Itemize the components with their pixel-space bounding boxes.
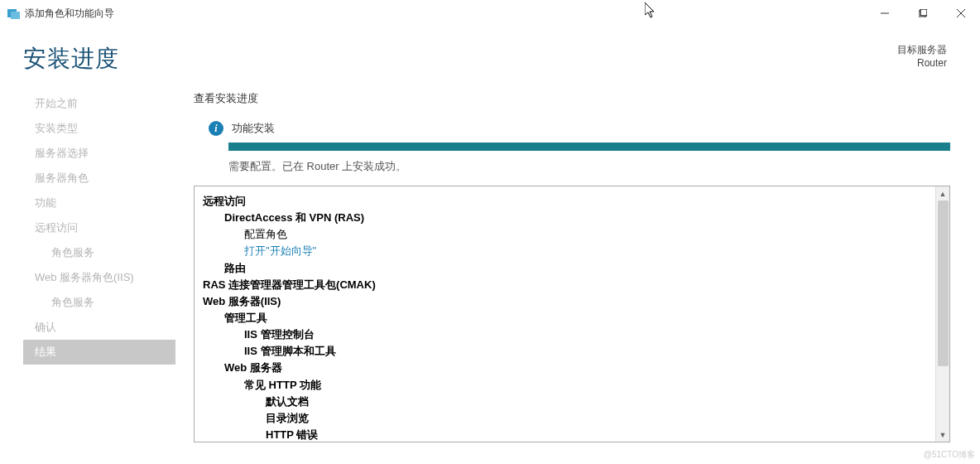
sidebar-item-1[interactable]: 安装类型	[23, 116, 175, 141]
tree-node: Web 服务器(IIS)	[203, 293, 946, 310]
sidebar-item-10[interactable]: 结果	[23, 340, 175, 365]
view-progress-label: 查看安装进度	[194, 91, 950, 106]
sidebar-item-0[interactable]: 开始之前	[23, 91, 175, 116]
page-header: 安装进度 目标服务器 Router	[0, 27, 980, 83]
tree-node: IIS 管理脚本和工具	[203, 343, 946, 360]
main-panel: 查看安装进度 i 功能安装 需要配置。已在 Router 上安装成功。 远程访问…	[182, 91, 980, 442]
sidebar-item-9[interactable]: 确认	[23, 315, 175, 340]
status-title: 功能安装	[232, 121, 275, 136]
tree-node: 默认文档	[203, 394, 946, 410]
status-message: 需要配置。已在 Router 上安装成功。	[228, 159, 950, 174]
sidebar-item-8[interactable]: 角色服务	[23, 290, 175, 315]
tree-node: Web 服务器	[203, 360, 946, 376]
minimize-button[interactable]	[866, 0, 904, 27]
tree-node: DirectAccess 和 VPN (RAS)	[203, 210, 946, 226]
sidebar-item-3[interactable]: 服务器角色	[23, 166, 175, 191]
info-icon: i	[209, 121, 223, 136]
window-titlebar: 添加角色和功能向导	[0, 0, 980, 27]
sidebar-item-7[interactable]: Web 服务器角色(IIS)	[23, 265, 175, 290]
results-box: 远程访问DirectAccess 和 VPN (RAS)配置角色打开"开始向导"…	[194, 186, 950, 442]
scroll-down-icon[interactable]: ▼	[936, 428, 949, 442]
target-server-label: 目标服务器	[897, 43, 947, 57]
close-button[interactable]	[942, 0, 980, 27]
open-wizard-link[interactable]: 打开"开始向导"	[203, 243, 946, 259]
scroll-thumb[interactable]	[938, 201, 949, 366]
target-server-name: Router	[897, 57, 947, 69]
app-icon	[7, 7, 20, 20]
tree-node: HTTP 错误	[203, 427, 946, 442]
scrollbar[interactable]: ▲ ▼	[935, 186, 949, 442]
page-title: 安装进度	[23, 43, 119, 75]
maximize-button[interactable]	[904, 0, 942, 27]
sidebar-item-5[interactable]: 远程访问	[23, 215, 175, 240]
progress-bar	[228, 143, 950, 151]
status-line: i 功能安装	[194, 121, 950, 136]
tree-node: 路由	[203, 260, 946, 277]
watermark: @51CTO博客	[924, 449, 975, 461]
sidebar-item-2[interactable]: 服务器选择	[23, 141, 175, 166]
tree-node: IIS 管理控制台	[203, 326, 946, 343]
sidebar-item-6[interactable]: 角色服务	[23, 240, 175, 265]
tree-node: 常见 HTTP 功能	[203, 377, 946, 394]
tree-node: 目录浏览	[203, 410, 946, 427]
wizard-sidebar: 开始之前安装类型服务器选择服务器角色功能远程访问角色服务Web 服务器角色(II…	[0, 91, 182, 442]
tree-node: RAS 连接管理器管理工具包(CMAK)	[203, 277, 946, 293]
results-tree: 远程访问DirectAccess 和 VPN (RAS)配置角色打开"开始向导"…	[203, 193, 946, 442]
tree-node: 管理工具	[203, 310, 946, 326]
scroll-up-icon[interactable]: ▲	[936, 186, 949, 201]
tree-node: 远程访问	[203, 193, 946, 210]
window-title: 添加角色和功能向导	[25, 7, 114, 21]
svg-rect-4	[920, 9, 927, 16]
sidebar-item-4[interactable]: 功能	[23, 191, 175, 215]
window-controls	[866, 0, 980, 27]
tree-node: 配置角色	[203, 226, 946, 243]
svg-rect-1	[11, 12, 20, 19]
